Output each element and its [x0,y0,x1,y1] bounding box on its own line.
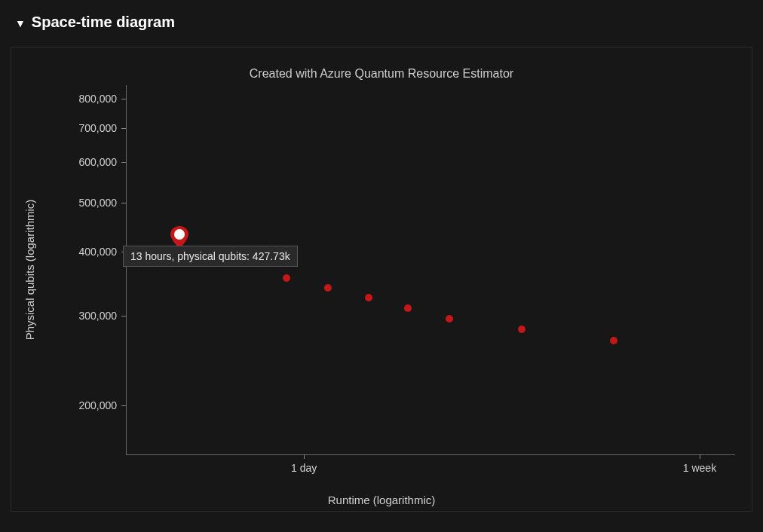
chevron-down-icon: ▼ [15,17,26,29]
x-tick-label: 1 day [291,462,317,474]
data-point[interactable] [518,326,526,333]
y-tick-mark [121,162,126,163]
y-tick-mark [121,99,126,99]
data-point[interactable] [404,304,412,312]
x-tick-mark [700,454,700,459]
y-tick-mark [121,203,126,203]
chart-x-axis-label: Runtime (logarithmic) [328,494,436,506]
x-axis-line [126,454,735,455]
y-tick-label: 700,000 [11,122,117,134]
x-tick-mark [304,454,305,459]
section-title: Space-time diagram [32,14,175,31]
data-point[interactable] [446,315,453,323]
chart-plot-area[interactable]: 200,000300,000400,000500,000600,000700,0… [11,47,752,511]
section-header[interactable]: ▼ Space-time diagram [15,14,175,31]
svg-point-0 [174,229,185,240]
y-tick-label: 200,000 [11,399,117,411]
y-tick-mark [121,405,126,406]
data-point[interactable] [365,294,372,301]
x-tick-label: 1 week [683,462,716,474]
chart-tooltip: 13 hours, physical qubits: 427.73k [123,246,298,267]
y-tick-mark [121,128,126,129]
y-axis-line [126,85,127,454]
data-point[interactable] [283,274,290,282]
chart-y-axis-label: Physical qubits (logarithmic) [23,200,36,341]
spacetime-chart-panel: Created with Azure Quantum Resource Esti… [11,47,752,512]
y-tick-label: 800,000 [11,93,117,105]
data-point[interactable] [610,337,617,344]
y-tick-label: 600,000 [11,156,117,168]
data-point[interactable] [324,284,332,292]
y-tick-mark [121,316,126,316]
